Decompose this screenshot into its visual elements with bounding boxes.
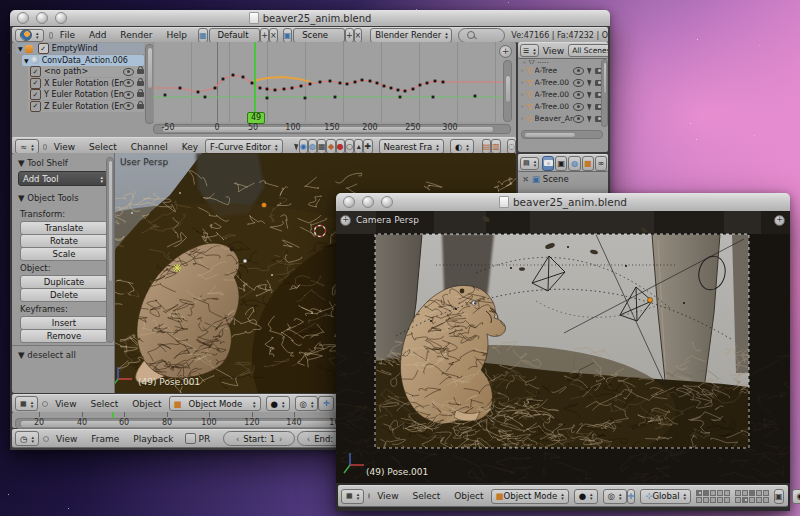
- toolshelf-scrollbar[interactable]: [106, 157, 114, 343]
- keyframe-dot[interactable]: [354, 81, 357, 84]
- titlebar[interactable]: beaver25_anim.blend: [10, 10, 610, 27]
- filter-armature-icon[interactable]: ✚: [363, 139, 372, 154]
- layers-grid[interactable]: [696, 490, 730, 503]
- region-plus-icon[interactable]: +: [499, 45, 512, 58]
- outliner-row[interactable]: ◦▽A-Tree.00: [520, 89, 604, 100]
- keyframe-dot[interactable]: [259, 87, 262, 90]
- keyframe-dot[interactable]: [204, 96, 207, 99]
- editor-type-select[interactable]: ▦▴▾: [341, 489, 364, 504]
- channel-label[interactable]: ConvData_Action.006: [42, 56, 128, 65]
- disclosure-icon[interactable]: ◦: [520, 66, 524, 75]
- paste-keyframes-icon[interactable]: ▥: [491, 139, 501, 154]
- layer-cell[interactable]: [735, 490, 741, 496]
- outliner-vscrollbar[interactable]: [601, 59, 608, 127]
- menu-file[interactable]: File: [60, 30, 75, 40]
- duplicate-button[interactable]: Duplicate: [20, 275, 108, 289]
- translate-button[interactable]: Translate: [20, 221, 108, 235]
- keyframe-dot[interactable]: [361, 79, 364, 82]
- menu-frame[interactable]: Frame: [91, 434, 119, 444]
- add-layout-button[interactable]: +: [260, 28, 269, 43]
- layer-cell[interactable]: [710, 497, 716, 503]
- keyframe-dot[interactable]: [329, 80, 332, 83]
- keyframe-dot[interactable]: [383, 85, 386, 88]
- editor-type-select[interactable]: ▦▴▾: [15, 396, 38, 411]
- playhead-line[interactable]: [254, 42, 256, 122]
- editor-type-select[interactable]: ≈▴▾: [15, 139, 39, 154]
- region-plus-icon[interactable]: +: [340, 215, 351, 226]
- keyframe-dot[interactable]: [232, 74, 235, 77]
- layer-cell[interactable]: [696, 497, 702, 503]
- keyframe-dot[interactable]: [266, 88, 269, 91]
- keyframe-dot[interactable]: [283, 88, 286, 91]
- collapse-dot-icon[interactable]: [49, 32, 53, 39]
- shading-select[interactable]: ●▴▾: [574, 489, 598, 504]
- menu-channel[interactable]: Channel: [131, 142, 168, 152]
- disclosure-icon[interactable]: ◦: [520, 90, 524, 99]
- selectable-icon[interactable]: [587, 67, 593, 75]
- pivot-select[interactable]: ◎▴▾: [295, 396, 319, 411]
- keyframe-dot[interactable]: [419, 84, 422, 87]
- layer-cell[interactable]: [756, 497, 762, 503]
- start-frame-field[interactable]: ‹Start: 1›: [223, 431, 295, 446]
- object-tools-title[interactable]: ▼ Object Tools: [18, 193, 79, 203]
- mode-select[interactable]: ■Object Mode▴▾: [491, 489, 569, 504]
- remove-keyframe-button[interactable]: Remove: [20, 329, 108, 343]
- eye-icon[interactable]: [123, 68, 134, 76]
- keyframe-dot[interactable]: [426, 82, 429, 85]
- copy-keyframes-icon[interactable]: ▤: [482, 139, 492, 154]
- channel-fcurve[interactable]: ✓ Z Euler Rotation (EmptyWi: [28, 101, 144, 112]
- keyframe-dot[interactable]: [214, 87, 217, 90]
- channel-fcurve[interactable]: ✓ <no path>: [28, 66, 144, 77]
- keyframe-dot[interactable]: [397, 89, 400, 92]
- layer-cell[interactable]: [749, 490, 755, 496]
- pivot-select[interactable]: ◎▴▾: [603, 489, 627, 504]
- keyframe-dot[interactable]: [474, 95, 477, 98]
- shading-select[interactable]: ●▴▾: [266, 396, 290, 411]
- menu-view[interactable]: View: [55, 399, 76, 409]
- tab-constraints[interactable]: ∞: [595, 156, 607, 171]
- layer-cell[interactable]: [742, 490, 748, 496]
- origin-dot-selected[interactable]: [261, 202, 266, 207]
- disclosure-icon[interactable]: ◦: [520, 78, 524, 87]
- cursor-tool-icon[interactable]: [291, 140, 299, 153]
- keyframe-dot[interactable]: [319, 81, 322, 84]
- titlebar[interactable]: beaver25_anim.blend: [336, 193, 790, 212]
- menu-render[interactable]: Render: [120, 30, 152, 40]
- tab-render[interactable]: [542, 156, 554, 171]
- lock-icon[interactable]: [137, 104, 144, 109]
- blender-menu-button[interactable]: ▴▾: [15, 29, 44, 42]
- layer-cell[interactable]: [763, 497, 769, 503]
- filter-world-icon[interactable]: ◍: [308, 139, 317, 154]
- layer-cell[interactable]: [749, 497, 755, 503]
- layer-cell[interactable]: [696, 490, 702, 496]
- disclosure-icon[interactable]: ▼: [24, 57, 29, 64]
- deselect-all-panel[interactable]: ▼ deselect all: [18, 350, 76, 360]
- scene-datablock-icon[interactable]: ▣: [283, 28, 293, 43]
- channel-label[interactable]: X Euler Rotation (EmptyWi: [44, 79, 123, 88]
- keyframe-dot[interactable]: [300, 85, 303, 88]
- layer-cell[interactable]: [703, 490, 709, 496]
- keyframe-dot[interactable]: [404, 90, 407, 93]
- eye-icon[interactable]: [123, 79, 134, 87]
- channel-label[interactable]: Y Euler Rotation (EmptyWi: [44, 90, 123, 99]
- filter-curve-icon[interactable]: ▴: [354, 139, 363, 154]
- menu-view[interactable]: View: [54, 142, 75, 152]
- region-plus-icon[interactable]: +: [774, 215, 785, 226]
- selectable-icon[interactable]: [587, 115, 593, 123]
- channel-checkbox[interactable]: ✓: [38, 43, 49, 54]
- fcurve[interactable]: [253, 77, 311, 82]
- keyframe-dot[interactable]: [304, 97, 307, 100]
- scene-selector[interactable]: Scene: [293, 28, 345, 43]
- disclosure-icon[interactable]: ◦: [520, 102, 524, 111]
- keyframe-dot[interactable]: [242, 76, 245, 79]
- eye-icon[interactable]: [573, 79, 584, 87]
- mode-select[interactable]: ■Object Mode▴▾: [169, 396, 261, 411]
- eye-icon[interactable]: [573, 67, 584, 75]
- eye-icon[interactable]: [123, 91, 134, 99]
- layer-cell[interactable]: [724, 497, 730, 503]
- orientation-select[interactable]: ⊹Global▴▾: [640, 489, 691, 504]
- filter-texture-icon[interactable]: ●: [336, 139, 345, 154]
- menu-view[interactable]: View: [377, 491, 398, 501]
- filter-scene-icon[interactable]: ◉: [299, 139, 308, 154]
- menu-select[interactable]: Select: [89, 142, 117, 152]
